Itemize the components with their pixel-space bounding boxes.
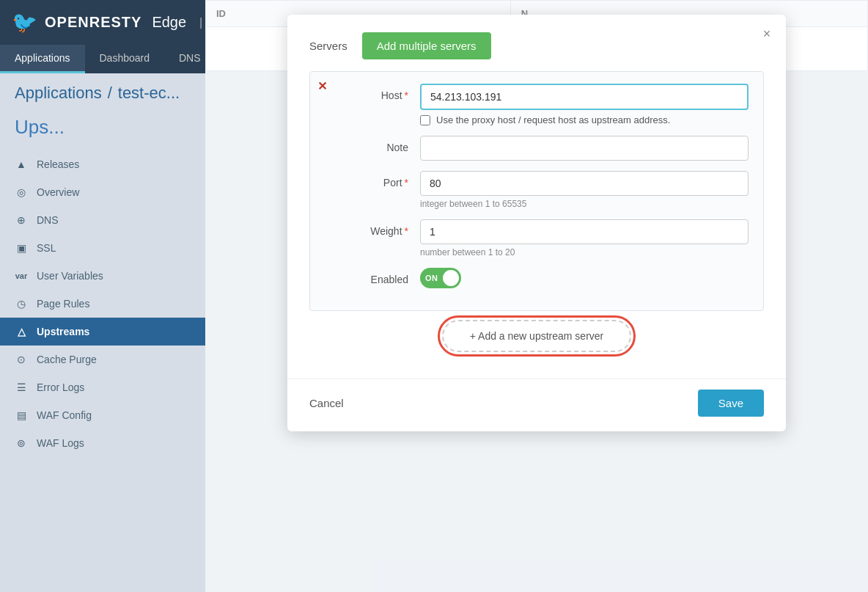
toggle-on-label: ON [425, 274, 438, 282]
sidebar-item-waf-config[interactable]: ▤ WAF Config [0, 401, 205, 429]
nav-tabs: Applications Dashboard DNS [0, 45, 205, 73]
sidebar-item-dns[interactable]: ⊕ DNS [0, 206, 205, 234]
note-label: Note [325, 136, 420, 153]
releases-icon: ▲ [15, 158, 28, 170]
modal-dialog: × Servers Add multiple servers ✕ Host* [287, 15, 786, 431]
cancel-button[interactable]: Cancel [309, 397, 344, 409]
main-content: ID N... × Servers Add multiple servers [205, 0, 868, 592]
waf-logs-icon: ⊚ [15, 437, 28, 449]
proxy-checkbox-row: Use the proxy host / request host as ups… [420, 114, 749, 125]
dns-icon: ⊕ [15, 214, 28, 226]
servers-label: Servers [309, 40, 347, 52]
host-control-wrap: Use the proxy host / request host as ups… [420, 84, 749, 125]
modal-close-button[interactable]: × [758, 25, 776, 43]
waf-config-icon: ▤ [15, 409, 28, 421]
port-control-wrap: integer between 1 to 65535 [420, 171, 749, 209]
sidebar-item-label: User Variables [37, 270, 103, 282]
edge-label: Edge [152, 14, 186, 31]
sidebar-item-label: WAF Config [37, 409, 92, 421]
add-server-btn-wrap: + Add a new upstream server [309, 320, 764, 352]
note-row: Note [325, 136, 749, 161]
tab-applications[interactable]: Applications [0, 45, 85, 73]
add-plus-icon: + Add a new upstream server [470, 330, 604, 342]
sidebar-item-page-rules[interactable]: ◷ Page Rules [0, 290, 205, 318]
toggle-slider: ON [420, 268, 461, 288]
weight-row: Weight* number between 1 to 20 [325, 219, 749, 257]
host-row: Host* Use the proxy host / request host … [325, 84, 749, 125]
add-multiple-servers-button[interactable]: Add multiple servers [362, 32, 491, 59]
weight-hint: number between 1 to 20 [420, 247, 749, 257]
sidebar-item-releases[interactable]: ▲ Releases [0, 150, 205, 178]
enabled-toggle[interactable]: ON [420, 268, 461, 288]
sidebar-item-label: Overview [37, 186, 79, 198]
page-section-title: Ups... [0, 113, 205, 150]
host-label: Host* [325, 84, 420, 101]
weight-control-wrap: number between 1 to 20 [420, 219, 749, 257]
breadcrumb: Applications / test-ec... [0, 73, 205, 113]
sidebar-item-overview[interactable]: ◎ Overview [0, 178, 205, 206]
weight-label: Weight* [325, 219, 420, 237]
sidebar-menu: ▲ Releases ◎ Overview ⊕ DNS ▣ SSL var Us… [0, 150, 205, 592]
sidebar-item-label: Page Rules [37, 298, 89, 310]
port-input[interactable] [420, 171, 749, 196]
host-input[interactable] [420, 84, 749, 110]
modal-overlay: × Servers Add multiple servers ✕ Host* [205, 0, 868, 592]
sidebar-item-waf-logs[interactable]: ⊚ WAF Logs [0, 429, 205, 457]
logo-area: 🐦 OPENRESTY Edge | Lic... [0, 0, 205, 45]
note-control-wrap [420, 136, 749, 161]
nav-divider: | [199, 16, 202, 29]
breadcrumb-current: test-ec... [118, 84, 180, 103]
sidebar-item-cache-purge[interactable]: ⊙ Cache Purge [0, 346, 205, 373]
upstreams-icon: △ [15, 326, 28, 337]
modal-footer: Cancel Save [287, 379, 786, 431]
ssl-icon: ▣ [15, 242, 28, 254]
toggle-wrap: ON [420, 268, 749, 288]
sidebar-item-ssl[interactable]: ▣ SSL [0, 234, 205, 262]
enabled-row: Enabled ON [325, 268, 749, 288]
page-rules-icon: ◷ [15, 298, 28, 310]
overview-icon: ◎ [15, 186, 28, 198]
sidebar-item-user-variables[interactable]: var User Variables [0, 262, 205, 290]
servers-header: Servers Add multiple servers [309, 32, 764, 59]
server-card-close-button[interactable]: ✕ [317, 79, 327, 93]
modal-body: Servers Add multiple servers ✕ Host* [287, 15, 786, 379]
user-variables-icon: var [15, 271, 28, 280]
sidebar-item-label: DNS [37, 214, 59, 226]
sidebar-item-upstreams[interactable]: △ Upstreams [0, 318, 205, 346]
error-logs-icon: ☰ [15, 381, 28, 393]
breadcrumb-root[interactable]: Applications [15, 84, 102, 103]
sidebar-item-label: Error Logs [37, 381, 84, 393]
weight-input[interactable] [420, 219, 749, 244]
port-hint: integer between 1 to 65535 [420, 199, 749, 209]
sidebar-item-label: Upstreams [37, 326, 89, 337]
server-card: ✕ Host* Use the proxy host / request hos… [309, 71, 764, 311]
sidebar-item-label: WAF Logs [37, 437, 84, 449]
sidebar-item-error-logs[interactable]: ☰ Error Logs [0, 373, 205, 401]
sidebar-item-label: SSL [37, 242, 56, 254]
sidebar-item-label: Cache Purge [37, 354, 97, 365]
cache-purge-icon: ⊙ [15, 354, 28, 365]
port-label: Port* [325, 171, 420, 189]
tab-dashboard[interactable]: Dashboard [85, 45, 165, 73]
save-button[interactable]: Save [698, 390, 764, 417]
breadcrumb-sep: / [108, 84, 112, 103]
sidebar: 🐦 OPENRESTY Edge | Lic... Applications D… [0, 0, 205, 592]
port-row: Port* integer between 1 to 65535 [325, 171, 749, 209]
brand-name: OPENRESTY [45, 14, 141, 31]
sidebar-item-label: Releases [37, 158, 79, 170]
proxy-checkbox[interactable] [420, 115, 430, 125]
proxy-checkbox-label: Use the proxy host / request host as ups… [436, 114, 670, 125]
add-upstream-server-button[interactable]: + Add a new upstream server [442, 320, 632, 352]
enabled-label: Enabled [325, 268, 420, 285]
note-input[interactable] [420, 136, 749, 161]
logo-bird-icon: 🐦 [12, 10, 37, 34]
